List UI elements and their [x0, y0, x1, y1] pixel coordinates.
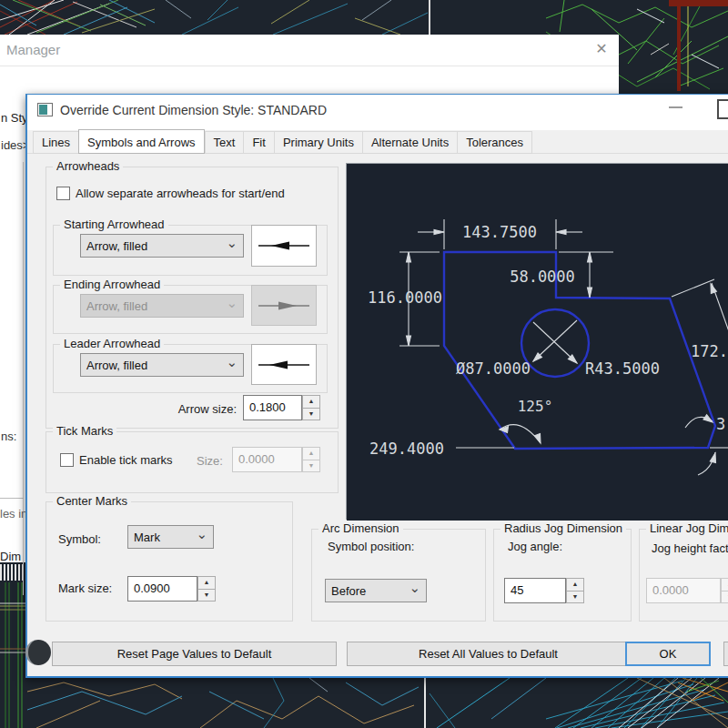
manager-panel-divider	[23, 162, 24, 595]
reset-page-values-button[interactable]: Reset Page Values to Default	[52, 642, 337, 666]
mark-size-input[interactable]: 0.0900	[127, 576, 197, 602]
jog-angle-spinner: ▲ ▼	[566, 578, 584, 603]
spin-down-button[interactable]: ▼	[302, 409, 320, 421]
jog-angle-input[interactable]: 45	[504, 578, 566, 603]
symbol-position-label: Symbol position:	[328, 540, 414, 553]
spin-up-button[interactable]: ▲	[566, 578, 584, 592]
manager-fragment-ns: ns:	[1, 430, 16, 443]
tab-alternate-units[interactable]: Alternate Units	[362, 131, 457, 154]
dimension-preview-drawing: 143.7500 116.0000 58.0000 Ø87.0000 R43.5…	[347, 164, 728, 521]
spin-down-button: ▼	[302, 460, 320, 473]
spin-up-button: ▲	[302, 447, 320, 460]
window-button-partial[interactable]	[717, 99, 728, 119]
starting-arrowhead-label: Starting Arrowhead	[60, 217, 168, 231]
symbol-position-value: Before	[331, 584, 366, 598]
manager-close-icon[interactable]: ✕	[592, 39, 612, 59]
dim-diameter-text: Ø87.0000	[456, 359, 531, 378]
tick-size-spinner: ▲ ▼	[302, 447, 320, 472]
ending-arrowhead-preview	[251, 285, 317, 326]
chevron-down-icon: ⌄	[226, 358, 238, 367]
spin-down-button: ▼	[721, 592, 728, 604]
allow-separate-arrowheads-checkbox[interactable]	[56, 187, 70, 200]
dim-aligned-text: 172.2	[691, 342, 728, 360]
starting-arrowhead-preview	[251, 225, 317, 267]
override-dimension-style-dialog: Override Current Dimension Style: STANDA…	[25, 94, 728, 678]
dialog-icon	[37, 103, 53, 116]
center-marks-symbol-select[interactable]: Mark ⌄	[127, 525, 214, 549]
center-marks-symbol-value: Mark	[134, 531, 160, 544]
leader-arrowhead-value: Arrow, filled	[86, 359, 147, 372]
dialog-icon-fill	[39, 105, 47, 115]
dim-step-text: 58.0000	[510, 268, 575, 286]
manager-fragment-dim: Dim	[0, 550, 21, 563]
leader-arrowhead-select[interactable]: Arrow, filled ⌄	[80, 353, 244, 377]
autocad-screen: Manager ✕ n Style: STANDARD ides> ns: le…	[0, 0, 728, 728]
tab-text[interactable]: Text	[205, 131, 244, 154]
ok-button[interactable]: OK	[625, 642, 711, 666]
dim-left-height-text: 116.0000	[368, 288, 442, 307]
arrow-filled-left-icon	[255, 233, 313, 258]
tick-size-input: 0.0000	[232, 447, 302, 472]
ending-arrowhead-value: Arrow, filled	[86, 299, 147, 313]
arrow-size-spinner: ▲ ▼	[302, 395, 320, 420]
manager-horizontal-divider	[0, 498, 24, 499]
spin-down-button[interactable]: ▼	[197, 590, 216, 602]
spin-up-button[interactable]: ▲	[302, 395, 320, 409]
dim-bottom-text: 249.4000	[369, 440, 444, 458]
arrow-filled-right-icon	[255, 293, 313, 318]
jog-height-spinner: ▲ ▼	[721, 578, 728, 603]
chevron-down-icon: ⌄	[226, 238, 238, 248]
jog-height-input: 0.0000	[646, 578, 721, 603]
center-marks-group-label: Center Marks	[53, 494, 131, 508]
tab-lines[interactable]: Lines	[33, 131, 78, 154]
dialog-title: Override Current Dimension Style: STANDA…	[60, 103, 327, 117]
tick-marks-group-label: Tick Marks	[53, 424, 116, 438]
spin-up-button: ▲	[721, 578, 728, 592]
dim-radius-text: R43.5000	[585, 359, 660, 378]
chevron-down-icon: ⌄	[226, 298, 238, 308]
chevron-down-icon: ⌄	[196, 530, 207, 539]
center-marks-symbol-label: Symbol:	[58, 532, 101, 546]
cancel-button-partial[interactable]	[723, 642, 728, 666]
dim-angle2-text: 3	[716, 415, 725, 433]
mark-size-label: Mark size:	[58, 581, 112, 595]
mark-size-spinner: ▲ ▼	[197, 576, 216, 602]
center-marks-group	[46, 501, 293, 622]
dark-sphere-artifact	[25, 640, 51, 665]
ending-arrowhead-label: Ending Arrowhead	[60, 278, 164, 291]
spin-up-button[interactable]: ▲	[197, 576, 216, 590]
tab-bar: Lines Symbols and Arrows Text Fit Primar…	[33, 132, 532, 154]
tab-symbols-and-arrows[interactable]: Symbols and Arrows	[78, 129, 205, 154]
minimize-dash-icon	[669, 106, 682, 108]
arrow-size-input[interactable]: 0.1800	[243, 395, 302, 420]
symbol-position-select[interactable]: Before ⌄	[325, 579, 427, 602]
manager-title: Manager	[6, 42, 60, 57]
allow-separate-arrowheads-label: Allow separate arrowheads for start/end	[76, 187, 285, 200]
dim-angle-text: 125°	[518, 398, 553, 415]
tab-tolerances[interactable]: Tolerances	[457, 131, 532, 154]
starting-arrowhead-select[interactable]: Arrow, filled ⌄	[80, 234, 244, 258]
arrow-filled-left-icon	[255, 352, 313, 378]
arc-dimension-group-label: Arc Dimension	[318, 521, 403, 535]
linear-jog-group-label: Linear Jog Dime	[646, 521, 728, 535]
dim-width-text: 143.7500	[462, 223, 537, 241]
manager-fragment-les-in: les in	[0, 507, 27, 521]
dialog-titlebar[interactable]: Override Current Dimension Style: STANDA…	[27, 95, 728, 130]
leader-arrowhead-label: Leader Arrowhead	[60, 337, 164, 350]
tab-primary-units[interactable]: Primary Units	[274, 131, 362, 154]
manager-titlebar[interactable]: Manager ✕	[0, 35, 619, 66]
dimension-preview-pane: 143.7500 116.0000 58.0000 Ø87.0000 R43.5…	[346, 163, 728, 520]
jog-height-label: Jog height fact	[652, 541, 728, 555]
tick-size-label: Size:	[197, 454, 223, 468]
arrow-size-label: Arrow size:	[127, 402, 237, 416]
reset-all-values-button[interactable]: Reset All Values to Default	[347, 642, 630, 666]
leader-arrowhead-preview	[251, 344, 317, 385]
enable-tick-marks-label: Enable tick marks	[79, 453, 173, 467]
chevron-down-icon: ⌄	[409, 583, 420, 592]
jog-angle-label: Jog angle:	[508, 540, 562, 553]
starting-arrowhead-value: Arrow, filled	[86, 239, 147, 253]
tab-fit[interactable]: Fit	[243, 131, 273, 154]
enable-tick-marks-checkbox[interactable]	[60, 453, 74, 467]
spin-down-button[interactable]: ▼	[566, 592, 584, 604]
arrowheads-group-label: Arrowheads	[53, 159, 123, 173]
